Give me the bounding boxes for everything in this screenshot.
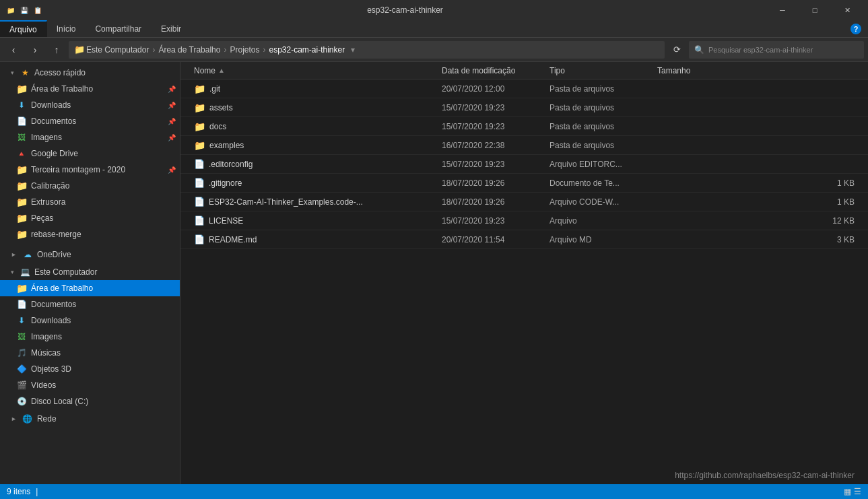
status-separator: | bbox=[36, 487, 38, 496]
sidebar-item-desktop-computer[interactable]: 📁 Área de Trabalho bbox=[0, 280, 180, 296]
sidebar-item-documents-quick[interactable]: 📄 Documentos 📌 bbox=[0, 113, 180, 129]
file-name-text: .gitignore bbox=[209, 178, 242, 188]
table-row[interactable]: 📄 README.md 20/07/2020 11:54 Arquivo MD … bbox=[180, 230, 868, 249]
file-date-cell: 15/07/2020 19:23 bbox=[436, 216, 544, 226]
sidebar-item-label: Objetos 3D bbox=[31, 364, 71, 374]
file-name-cell: 📄 LICENSE bbox=[180, 215, 436, 226]
file-name-cell: 📄 README.md bbox=[180, 234, 436, 244]
app-icon-1: 📁 bbox=[5, 5, 16, 15]
minimize-button[interactable]: ─ bbox=[767, 0, 798, 20]
tab-inicio[interactable]: Início bbox=[47, 20, 86, 37]
help-button[interactable]: ? bbox=[844, 20, 868, 37]
maximize-button[interactable]: □ bbox=[799, 0, 830, 20]
table-row[interactable]: 📄 .editorconfig 15/07/2020 19:23 Arquivo… bbox=[180, 155, 868, 174]
breadcrumb-item-3[interactable]: Projetos bbox=[230, 45, 259, 55]
file-rows-container: 📁 .git 20/07/2020 12:00 Pasta de arquivo… bbox=[180, 79, 868, 249]
file-type-cell: Documento de Te... bbox=[544, 178, 652, 188]
back-button[interactable]: ‹ bbox=[4, 40, 23, 59]
pin-icon: 📌 bbox=[168, 118, 176, 125]
file-size-cell: 1 KB bbox=[652, 178, 868, 188]
sidebar-item-network[interactable]: ► 🌐 Rede bbox=[0, 411, 180, 427]
tab-exibir[interactable]: Exibir bbox=[152, 20, 191, 37]
google-drive-icon: 🔺 bbox=[16, 148, 27, 159]
file-name-cell: 📄 .gitignore bbox=[180, 178, 436, 188]
file-name-text: .editorconfig bbox=[209, 160, 253, 169]
sidebar-item-images-quick[interactable]: 🖼 Imagens 📌 bbox=[0, 129, 180, 145]
file-icon: 📁 bbox=[194, 140, 205, 151]
breadcrumb-item-1[interactable]: Este Computador bbox=[86, 45, 149, 55]
sidebar-item-downloads-quick[interactable]: ⬇ Downloads 📌 bbox=[0, 97, 180, 113]
title-bar: 📁 💾 📋 esp32-cam-ai-thinker ─ □ ✕ bbox=[0, 0, 868, 20]
expand-arrow: ▾ bbox=[11, 69, 14, 76]
file-type-cell: Arquivo CODE-W... bbox=[544, 197, 652, 207]
docs-icon: 📄 bbox=[16, 299, 27, 310]
refresh-button[interactable]: ⟳ bbox=[667, 40, 686, 59]
table-row[interactable]: 📁 examples 16/07/2020 22:38 Pasta de arq… bbox=[180, 136, 868, 155]
sidebar-item-documents-computer[interactable]: 📄 Documentos bbox=[0, 296, 180, 312]
sidebar-item-desktop-quick[interactable]: 📁 Área de Trabalho 📌 bbox=[0, 81, 180, 97]
forward-button[interactable]: › bbox=[26, 40, 44, 59]
table-row[interactable]: 📁 .git 20/07/2020 12:00 Pasta de arquivo… bbox=[180, 79, 868, 98]
sidebar-item-downloads-computer[interactable]: ⬇ Downloads bbox=[0, 312, 180, 329]
close-button[interactable]: ✕ bbox=[832, 0, 863, 20]
sidebar-item-label: Músicas bbox=[31, 348, 61, 358]
sidebar-item-label: Extrusora bbox=[31, 197, 65, 207]
sidebar-item-label: Documentos bbox=[31, 300, 76, 309]
sidebar-item-objetos3d[interactable]: 🔷 Objetos 3D bbox=[0, 361, 180, 377]
breadcrumb-item-2[interactable]: Área de Trabalho bbox=[158, 45, 220, 55]
expand-arrow: ► bbox=[11, 251, 17, 258]
table-row[interactable]: 📄 LICENSE 15/07/2020 19:23 Arquivo 12 KB bbox=[180, 211, 868, 230]
sidebar-item-onedrive[interactable]: ► ☁ OneDrive bbox=[0, 246, 180, 263]
sidebar-item-rebase[interactable]: 📁 rebase-merge bbox=[0, 226, 180, 242]
view-icon-list[interactable]: ☰ bbox=[854, 487, 861, 496]
sidebar-item-videos[interactable]: 🎬 Vídeos bbox=[0, 377, 180, 393]
tab-arquivo[interactable]: Arquivo bbox=[0, 20, 47, 37]
sidebar-item-extrusora[interactable]: 📁 Extrusora bbox=[0, 194, 180, 210]
search-placeholder: Pesquisar esp32-cam-ai-thinker bbox=[708, 46, 813, 54]
file-type-cell: Pasta de arquivos bbox=[544, 84, 652, 94]
folder-blue-icon: 📁 bbox=[16, 283, 27, 294]
sidebar-section-quick-access[interactable]: ▾ ★ Acesso rápido bbox=[0, 65, 180, 81]
up-button[interactable]: ↑ bbox=[47, 40, 66, 59]
breadcrumb-dropdown[interactable]: ▾ bbox=[346, 41, 360, 59]
sidebar-item-label: Área de Trabalho bbox=[31, 84, 93, 94]
docs-icon: 📄 bbox=[16, 116, 27, 127]
sidebar-item-images-computer[interactable]: 🖼 Imagens bbox=[0, 329, 180, 345]
table-row[interactable]: 📁 docs 15/07/2020 19:23 Pasta de arquivo… bbox=[180, 117, 868, 136]
window-title: esp32-cam-ai-thinker bbox=[47, 5, 763, 15]
sidebar-item-calibracao[interactable]: 📁 Calibração bbox=[0, 178, 180, 194]
search-bar[interactable]: 🔍 Pesquisar esp32-cam-ai-thinker bbox=[689, 41, 864, 59]
file-date-cell: 20/07/2020 11:54 bbox=[436, 235, 544, 244]
table-row[interactable]: 📄 ESP32-Cam-AI-Thinker_Examples.code-...… bbox=[180, 193, 868, 211]
file-name-cell: 📄 .editorconfig bbox=[180, 159, 436, 169]
folder-icon: 📁 bbox=[16, 229, 27, 240]
col-header-name[interactable]: Nome ▲ bbox=[180, 66, 436, 75]
folder-blue-icon: 📁 bbox=[16, 84, 27, 94]
item-count: 9 itens bbox=[7, 487, 30, 496]
table-row[interactable]: 📁 assets 15/07/2020 19:23 Pasta de arqui… bbox=[180, 98, 868, 117]
col-header-size[interactable]: Tamanho bbox=[652, 66, 868, 75]
folder-icon: 📁 bbox=[74, 44, 85, 55]
file-date-cell: 15/07/2020 19:23 bbox=[436, 160, 544, 169]
sidebar-item-drive-c[interactable]: 💿 Disco Local (C:) bbox=[0, 393, 180, 409]
tab-compartilhar[interactable]: Compartilhar bbox=[86, 20, 152, 37]
file-icon: 📄 bbox=[194, 159, 205, 169]
sidebar-item-terceira[interactable]: 📁 Terceira montagem - 2020 📌 bbox=[0, 162, 180, 178]
status-right: ▦ ☰ bbox=[844, 487, 861, 496]
sidebar-item-computer[interactable]: ▾ 💻 Este Computador bbox=[0, 264, 180, 280]
table-row[interactable]: 📄 .gitignore 18/07/2020 19:26 Documento … bbox=[180, 174, 868, 193]
sidebar-item-label: Área de Trabalho bbox=[31, 284, 93, 293]
sort-arrow: ▲ bbox=[218, 67, 225, 74]
computer-label: Este Computador bbox=[34, 267, 97, 277]
col-header-type[interactable]: Tipo bbox=[544, 66, 652, 75]
view-icon-grid[interactable]: ▦ bbox=[844, 487, 851, 496]
drive-icon: 💿 bbox=[16, 396, 27, 407]
sidebar-item-googledrive[interactable]: 🔺 Google Drive bbox=[0, 145, 180, 162]
sidebar-item-pecas[interactable]: 📁 Peças bbox=[0, 210, 180, 226]
file-name-text: .git bbox=[209, 84, 220, 94]
breadcrumb-current: esp32-cam-ai-thinker bbox=[269, 45, 345, 55]
sidebar-item-musicas[interactable]: 🎵 Músicas bbox=[0, 345, 180, 361]
col-header-date[interactable]: Data de modificação bbox=[436, 66, 544, 75]
breadcrumb[interactable]: 📁 Este Computador › Área de Trabalho › P… bbox=[69, 41, 665, 59]
app-icon-3: 📋 bbox=[32, 5, 43, 15]
